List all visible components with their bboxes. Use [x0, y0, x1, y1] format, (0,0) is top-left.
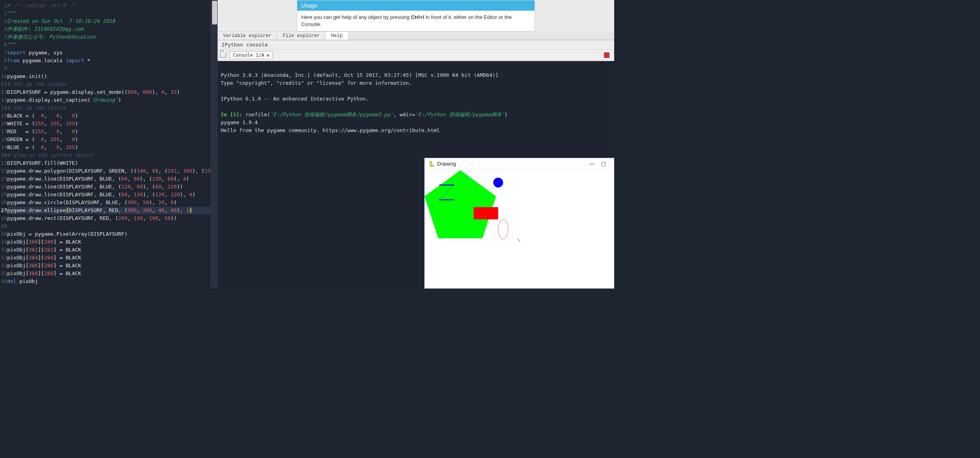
- blue-circle: [493, 178, 503, 188]
- line-number: 36: [0, 277, 7, 285]
- in-prompt: In [1]:: [221, 112, 242, 117]
- code-line[interactable]: pixObj[388][288] = BLACK: [7, 270, 211, 277]
- editor-code[interactable]: # -*- coding: utf-8 -*-"""Created on Sun…: [0, 0, 211, 285]
- code-line[interactable]: DISPLAYSURF = pygame.display.set_mode((8…: [7, 88, 211, 96]
- code-line[interactable]: 作者邮件: 231469242@qq.com: [7, 25, 211, 33]
- line-number: 19: [0, 143, 7, 151]
- code-line[interactable]: from pygame.locals import *: [7, 57, 211, 65]
- close-tab-icon[interactable]: ⊗: [266, 53, 269, 58]
- code-line[interactable]: # set up the window: [7, 80, 211, 88]
- svg-point-1: [518, 239, 518, 240]
- console-tab[interactable]: Console 1/A ⊗: [229, 51, 273, 59]
- code-line[interactable]: RED = (255, 0, 0): [7, 128, 211, 136]
- code-line[interactable]: """: [7, 41, 211, 49]
- help-text-pre: Here you can get help of any object by p…: [301, 14, 411, 20]
- pygame-canvas: [425, 170, 614, 289]
- folder-icon[interactable]: [220, 53, 226, 58]
- scrollbar-thumb[interactable]: [212, 1, 217, 24]
- svg-point-0: [518, 239, 518, 239]
- line-number: 12: [0, 88, 7, 96]
- line-number: 26: [0, 199, 7, 207]
- code-line[interactable]: pygame.draw.polygon(DISPLAYSURF, GREEN, …: [7, 167, 211, 175]
- code-line[interactable]: pygame.draw.line(DISPLAYSURF, BLUE, (60,…: [7, 191, 211, 199]
- svg-point-2: [518, 240, 519, 240]
- code-line[interactable]: del pixObj: [7, 277, 211, 285]
- stop-kernel-button[interactable]: [604, 52, 609, 58]
- code-line[interactable]: # draw on the surface object: [7, 151, 211, 159]
- code-line[interactable]: pygame.init(): [7, 73, 211, 80]
- tab-file-explorer[interactable]: File explorer: [277, 32, 326, 40]
- console-line: IPython 6.1.0 -- An enhanced Interactive…: [221, 96, 369, 102]
- runfile-pre: runfile(: [242, 112, 270, 117]
- window-buttons: — ▢ ✕: [589, 161, 614, 167]
- close-button[interactable]: ✕: [613, 161, 614, 167]
- pygame-window[interactable]: 🐍 Drawing — ▢ ✕: [424, 158, 614, 289]
- code-line[interactable]: [7, 65, 211, 73]
- code-line[interactable]: pixObj[380][280] = BLACK: [7, 238, 211, 246]
- code-line[interactable]: pygame.draw.line(DISPLAYSURF, BLUE, (60,…: [7, 175, 211, 183]
- line-number: 35: [0, 270, 7, 277]
- red-ellipse: [498, 220, 508, 239]
- code-line[interactable]: pygame.draw.circle(DISPLAYSURF, BLUE, (3…: [7, 199, 211, 207]
- code-line[interactable]: # -*- coding: utf-8 -*-: [7, 2, 211, 9]
- code-line[interactable]: pygame.draw.ellipse(DISPLAYSURF, RED, (3…: [7, 207, 211, 214]
- maximize-button[interactable]: ▢: [601, 161, 606, 167]
- line-number: 15: [0, 112, 7, 120]
- runfile-arg1: 'E:/Python 游戏编程/pygame脚本/pygame2.py': [270, 112, 393, 117]
- line-number: 13: [0, 96, 7, 104]
- line-number: 17: [0, 128, 7, 136]
- line-number: 27: [0, 207, 7, 214]
- code-line[interactable]: GREEN = ( 0, 255, 0): [7, 136, 211, 143]
- console-line: Hello from the pygame community. https:/…: [221, 127, 440, 133]
- code-line[interactable]: 作者微信公众号: PythonEducation: [7, 33, 211, 41]
- editor-scrollbar[interactable]: ▲: [211, 0, 218, 289]
- code-line[interactable]: BLACK = ( 0, 0, 0): [7, 112, 211, 120]
- line-number: 8: [0, 57, 7, 65]
- code-line[interactable]: # set up the colors: [7, 104, 211, 112]
- line-number: 24: [0, 183, 7, 191]
- pygame-titlebar[interactable]: 🐍 Drawing — ▢ ✕: [425, 158, 614, 170]
- code-line[interactable]: pixObj = pygame.PixelArray(DISPLAYSURF): [7, 230, 211, 238]
- svg-point-3: [519, 240, 520, 241]
- tab-help[interactable]: Help: [326, 32, 348, 40]
- line-number: 21: [0, 159, 7, 167]
- right-pane: Usage Here you can get help of any objec…: [218, 0, 614, 289]
- code-line[interactable]: DISPLAYSURF.fill(WHITE): [7, 159, 211, 167]
- line-number: 22: [0, 167, 7, 175]
- line-number: 11: [0, 80, 7, 88]
- code-line[interactable]: WHITE = (255, 255, 255): [7, 120, 211, 128]
- runfile-post: ): [505, 112, 508, 117]
- pane-tabs: Variable explorerFile explorerHelp: [218, 32, 614, 40]
- code-line[interactable]: pixObj[386][286] = BLACK: [7, 262, 211, 270]
- code-line[interactable]: pixObj[384][284] = BLACK: [7, 254, 211, 262]
- ipython-header: IPython console: [218, 40, 614, 50]
- editor-pane[interactable]: 1234567891011121314151617181920212223242…: [0, 0, 211, 289]
- tab-variable-explorer[interactable]: Variable explorer: [218, 32, 277, 40]
- code-line[interactable]: pygame.draw.line(DISPLAYSURF, BLUE, (120…: [7, 183, 211, 191]
- line-number: 18: [0, 136, 7, 143]
- code-line[interactable]: """: [7, 9, 211, 17]
- green-pentagon: [425, 170, 496, 238]
- line-number: 34: [0, 262, 7, 270]
- code-line[interactable]: import pygame, sys: [7, 49, 211, 57]
- code-line[interactable]: pygame.display.set_caption('Drawing'): [7, 96, 211, 104]
- runfile-arg2: 'E:/Python 游戏编程/pygame脚本': [415, 112, 505, 117]
- editor-gutter: 1234567891011121314151617181920212223242…: [0, 0, 7, 285]
- line-number: 16: [0, 120, 7, 128]
- line-number: 2: [0, 9, 7, 17]
- code-line[interactable]: Created on Sun Oct 7 10:16:24 2018: [7, 17, 211, 25]
- code-line[interactable]: pixObj[382][282] = BLACK: [7, 246, 211, 254]
- console-line: pygame 1.9.4: [221, 119, 258, 125]
- code-line[interactable]: BLUE = ( 0, 0, 255): [7, 143, 211, 151]
- minimize-button[interactable]: —: [589, 161, 594, 167]
- help-panel: Usage Here you can get help of any objec…: [297, 0, 535, 32]
- line-number: 7: [0, 49, 7, 57]
- console-line: Python 3.6.3 |Anaconda, Inc.| (default, …: [221, 72, 498, 78]
- line-number: 33: [0, 254, 7, 262]
- line-number: 30: [0, 230, 7, 238]
- code-line[interactable]: [7, 222, 211, 230]
- line-number: 28: [0, 214, 7, 222]
- code-line[interactable]: pygame.draw.rect(DISPLAYSURF, RED, (200,…: [7, 214, 211, 222]
- line-number: 5: [0, 33, 7, 41]
- line-number: 23: [0, 175, 7, 183]
